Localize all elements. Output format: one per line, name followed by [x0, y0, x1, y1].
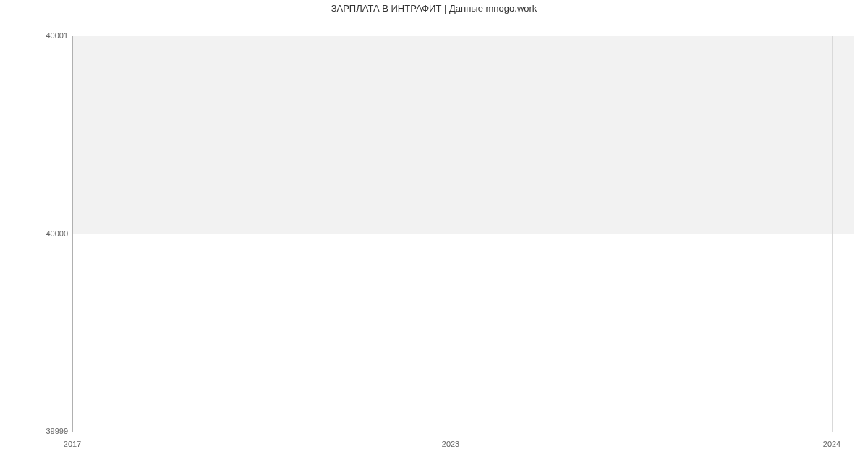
chart-container: ЗАРПЛАТА В ИНТРАФИТ | Данные mnogo.work … [0, 0, 868, 470]
chart-title: ЗАРПЛАТА В ИНТРАФИТ | Данные mnogo.work [0, 3, 868, 14]
x-tick-label: 2023 [442, 440, 459, 448]
x-tick-label: 2024 [823, 440, 841, 448]
x-tick-label: 2017 [64, 440, 81, 448]
y-tick-label: 40000 [3, 229, 68, 238]
y-tick-label: 40001 [3, 31, 68, 40]
y-tick-label: 39999 [3, 427, 68, 435]
plot-area [72, 36, 854, 432]
